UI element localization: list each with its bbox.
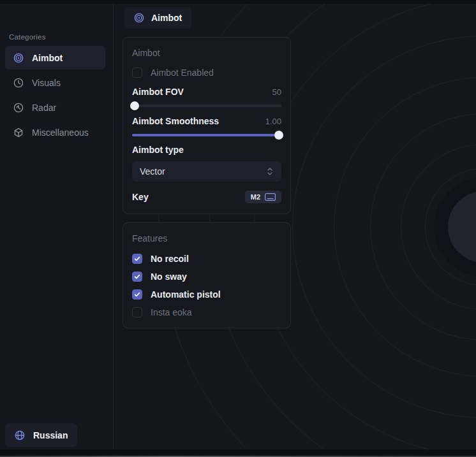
- key-binding-value: M2: [251, 193, 260, 201]
- language-button[interactable]: Russian: [5, 423, 77, 447]
- checkbox-checked-icon: [132, 272, 142, 282]
- sidebar: Categories Aimbot Visuals: [0, 4, 114, 449]
- aimbot-fov-slider[interactable]: [132, 101, 281, 110]
- sidebar-item-label: Visuals: [32, 78, 61, 88]
- sidebar-item-label: Radar: [32, 103, 56, 113]
- feature-checkbox-no-recoil[interactable]: No recoil: [132, 252, 281, 265]
- aimbot-fov-row: Aimbot FOV 50: [132, 86, 281, 98]
- page-title: Aimbot: [151, 13, 182, 23]
- key-bind-row: Key M2: [132, 189, 281, 205]
- sidebar-item-miscellaneous[interactable]: Miscellaneous: [5, 120, 105, 144]
- checkbox-icon: [132, 307, 142, 317]
- slider-value: 1.00: [265, 117, 281, 126]
- cube-icon: [13, 127, 24, 138]
- checkbox-label: Insta eoka: [151, 307, 192, 317]
- checkbox-checked-icon: [132, 254, 142, 264]
- keyboard-icon: [265, 193, 276, 201]
- panel-title: Features: [132, 233, 281, 245]
- window-top-edge: [0, 0, 476, 4]
- slider-fill: [132, 134, 281, 136]
- main-content: Aimbot Aimbot Aimbot Enabled Aimbot FOV …: [123, 4, 291, 328]
- slider-value: 50: [272, 87, 281, 97]
- target-icon: [13, 53, 24, 63]
- sidebar-item-aimbot[interactable]: Aimbot: [5, 46, 105, 69]
- aimbot-enabled-checkbox[interactable]: Aimbot Enabled: [132, 67, 281, 78]
- checkbox-label: Automatic pistol: [151, 289, 221, 300]
- slider-label: Aimbot Smoothness: [132, 116, 219, 126]
- page-title-chip: Aimbot: [124, 7, 191, 29]
- aimbot-smoothness-row: Aimbot Smoothness 1.00: [132, 115, 281, 127]
- app-window: Categories Aimbot Visuals: [0, 0, 476, 457]
- feature-checkbox-no-sway[interactable]: No sway: [132, 270, 281, 283]
- sidebar-item-label: Miscellaneous: [32, 127, 89, 138]
- chevron-up-down-icon: [266, 167, 274, 176]
- sidebar-item-radar[interactable]: Radar: [5, 96, 105, 119]
- checkbox-label: No sway: [151, 272, 187, 282]
- sidebar-item-label: Aimbot: [32, 53, 63, 63]
- aimbot-type-label: Aimbot type: [132, 145, 281, 156]
- select-value: Vector: [140, 166, 165, 177]
- checkbox-label: Aimbot Enabled: [151, 68, 214, 78]
- slider-label: Aimbot FOV: [132, 87, 184, 97]
- slider-track: [132, 105, 281, 107]
- key-label: Key: [132, 192, 149, 202]
- category-nav: Aimbot Visuals Radar: [5, 46, 105, 144]
- features-list: No recoil No sway Automatic pistol: [132, 252, 281, 319]
- aimbot-type-select[interactable]: Vector: [132, 161, 281, 182]
- checkbox-icon: [132, 68, 142, 78]
- aimbot-panel: Aimbot Aimbot Enabled Aimbot FOV 50 Aimb…: [123, 37, 291, 214]
- features-panel: Features No recoil No sway: [123, 222, 291, 328]
- clock-icon: [13, 78, 24, 88]
- feature-checkbox-automatic-pistol[interactable]: Automatic pistol: [132, 288, 281, 301]
- target-icon: [134, 13, 144, 23]
- slider-thumb[interactable]: [130, 101, 139, 110]
- feature-checkbox-insta-eoka[interactable]: Insta eoka: [132, 306, 281, 319]
- slider-thumb[interactable]: [274, 131, 283, 140]
- aimbot-smoothness-slider[interactable]: [132, 131, 281, 140]
- sidebar-item-visuals[interactable]: Visuals: [5, 71, 105, 94]
- panel-title: Aimbot: [132, 48, 281, 59]
- radar-icon: [13, 103, 24, 113]
- globe-icon: [15, 430, 25, 440]
- checkbox-checked-icon: [132, 289, 142, 300]
- checkbox-label: No recoil: [151, 254, 189, 264]
- key-binding-badge[interactable]: M2: [245, 191, 281, 203]
- categories-label: Categories: [9, 33, 46, 41]
- language-button-label: Russian: [33, 430, 68, 440]
